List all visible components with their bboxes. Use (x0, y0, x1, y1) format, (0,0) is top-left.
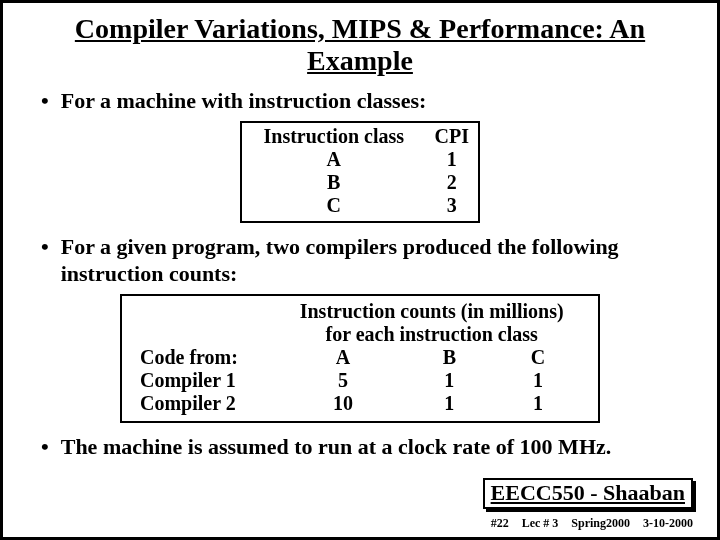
cpi-class: C (242, 194, 426, 217)
slide-title: Compiler Variations, MIPS & Performance:… (23, 13, 697, 77)
bullet-dot: • (41, 233, 49, 288)
table-row: C 3 (242, 194, 478, 217)
cpi-class: A (242, 148, 426, 171)
table-row: Compiler 1 5 1 1 (136, 369, 584, 392)
col-A: A (279, 346, 406, 369)
row-label: Compiler 1 (136, 369, 279, 392)
row-label: Compiler 2 (136, 392, 279, 415)
col-B: B (407, 346, 492, 369)
lecture-number: Lec # 3 (522, 516, 559, 530)
cell: 1 (492, 392, 584, 415)
bullet-1-text: For a machine with instruction classes: (61, 87, 697, 115)
counts-header2: for each instruction class (279, 323, 584, 346)
bullet-3-text: The machine is assumed to run at a clock… (61, 433, 697, 461)
counts-table: Instruction counts (in millions) for eac… (120, 294, 600, 423)
cpi-head-cpi: CPI (426, 125, 478, 148)
col-C: C (492, 346, 584, 369)
table-row: A 1 (242, 148, 478, 171)
date: 3-10-2000 (643, 516, 693, 530)
code-from-label: Code from: (136, 346, 279, 369)
cpi-head-class: Instruction class (242, 125, 426, 148)
bullet-1: • For a machine with instruction classes… (41, 87, 697, 115)
counts-header1: Instruction counts (in millions) (279, 300, 584, 323)
term: Spring2000 (571, 516, 630, 530)
cpi-table: Instruction class CPI A 1 B 2 C 3 (240, 121, 480, 223)
cpi-value: 2 (426, 171, 478, 194)
bullet-3: • The machine is assumed to run at a clo… (41, 433, 697, 461)
bullet-2: • For a given program, two compilers pro… (41, 233, 697, 288)
bullet-dot: • (41, 87, 49, 115)
slide-number: #22 (491, 516, 509, 530)
cell: 1 (407, 392, 492, 415)
course-footer-box: EECC550 - Shaaban (483, 478, 693, 509)
bullet-dot: • (41, 433, 49, 461)
cpi-class: B (242, 171, 426, 194)
table-row: B 2 (242, 171, 478, 194)
bullet-2-text: For a given program, two compilers produ… (61, 233, 697, 288)
table-row: Compiler 2 10 1 1 (136, 392, 584, 415)
cell: 10 (279, 392, 406, 415)
cell: 1 (492, 369, 584, 392)
slide-frame: Compiler Variations, MIPS & Performance:… (0, 0, 720, 540)
cpi-value: 3 (426, 194, 478, 217)
cell: 1 (407, 369, 492, 392)
cell: 5 (279, 369, 406, 392)
slide-meta: #22 Lec # 3 Spring2000 3-10-2000 (481, 516, 693, 531)
cpi-value: 1 (426, 148, 478, 171)
